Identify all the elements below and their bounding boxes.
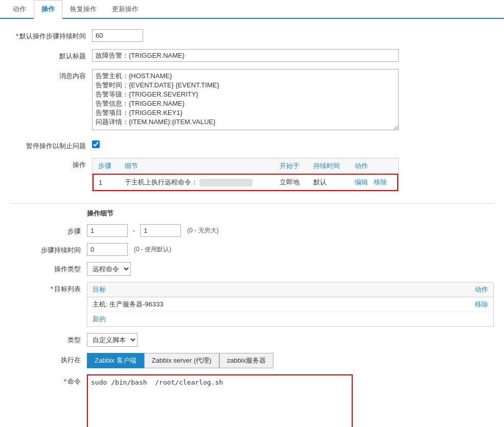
col-duration: 持续时间 xyxy=(308,158,350,174)
operations-table: 步骤 细节 开始于 持续时间 动作 1 于主机上执行远程命令： xyxy=(93,158,398,191)
target-table-new: 新的 xyxy=(87,312,493,326)
execute-on-zabbix-server[interactable]: Zabbix server (代理) xyxy=(144,353,219,368)
step-duration-input[interactable] xyxy=(87,243,128,256)
step-duration-row: 步骤持续时间 (0 - 使用默认) xyxy=(10,243,494,256)
operation-details-section: 操作细节 步骤 - (0 - 无穷大) 步骤持续时间 xyxy=(10,203,494,427)
pause-operations-control xyxy=(92,139,494,148)
execute-on-control: Zabbix 客户端 Zabbix server (代理) zabbix服务器 xyxy=(87,353,494,368)
section-label: 操作细节 xyxy=(87,209,113,218)
target-list-row: *目标列表 目标 动作 主机: 生产服务器-96333 移除 新的 xyxy=(10,282,494,327)
command-control xyxy=(87,374,494,427)
row-start-at: 立即地 xyxy=(274,174,308,191)
step-to-input[interactable] xyxy=(140,224,181,237)
operations-form: *默认操作步骤持续时间 默认标题 消息内容 暂停操作以制止问题 xyxy=(0,29,504,427)
operations-table-body: 1 于主机上执行远程命令： 立即地 默认 编辑 移除 xyxy=(93,174,398,191)
execute-on-row: 执行在 Zabbix 客户端 Zabbix server (代理) zabbix… xyxy=(10,353,494,368)
type-control: 自定义脚本 xyxy=(87,333,494,347)
tab-update[interactable]: 更新操作 xyxy=(104,0,146,19)
default-subject-input[interactable] xyxy=(92,49,399,62)
operation-type-select[interactable]: 远程命令 xyxy=(87,262,131,276)
pause-operations-label: 暂停操作以制止问题 xyxy=(10,139,92,151)
default-subject-label: 默认标题 xyxy=(10,49,92,61)
row-duration: 默认 xyxy=(308,174,350,191)
target-list-control: 目标 动作 主机: 生产服务器-96333 移除 新的 xyxy=(87,282,494,327)
default-subject-control xyxy=(92,49,494,62)
operation-type-row: 操作类型 远程命令 xyxy=(10,262,494,276)
command-row: *命令 xyxy=(10,374,494,427)
target-col-target: 目标 xyxy=(93,285,106,294)
target-table-row: 主机: 生产服务器-96333 移除 xyxy=(87,297,493,312)
step-duration-label: 步骤持续时间 xyxy=(20,243,87,255)
pause-operations-checkbox[interactable] xyxy=(92,140,100,148)
step-control: - (0 - 无穷大) xyxy=(87,224,494,237)
edit-link[interactable]: 编辑 xyxy=(355,178,368,186)
default-duration-label: *默认操作步骤持续时间 xyxy=(10,29,92,41)
table-row: 1 于主机上执行远程命令： 立即地 默认 编辑 移除 xyxy=(93,174,398,191)
tab-recovery[interactable]: 恢复操作 xyxy=(62,0,104,19)
operations-label: 操作 xyxy=(10,158,92,170)
target-col-action: 动作 xyxy=(475,285,488,294)
target-list-label: *目标列表 xyxy=(20,282,87,294)
row-actions: 编辑 移除 xyxy=(350,174,398,191)
tab-actions[interactable]: 动作 xyxy=(5,0,34,19)
operations-table-wrapper: 步骤 细节 开始于 持续时间 动作 1 于主机上执行远程命令： xyxy=(92,158,399,192)
operations-control: 步骤 细节 开始于 持续时间 动作 1 于主机上执行远程命令： xyxy=(92,158,494,193)
type-label: 类型 xyxy=(20,333,87,345)
step-duration-range: (0 - 使用默认) xyxy=(87,243,494,256)
message-content-label: 消息内容 xyxy=(10,69,92,81)
operations-row: 操作 步骤 细节 开始于 持续时间 动作 xyxy=(10,158,494,193)
operation-type-control: 远程命令 xyxy=(87,262,494,276)
step-from-input[interactable] xyxy=(87,224,128,237)
step-row: 步骤 - (0 - 无穷大) xyxy=(10,224,494,237)
default-subject-row: 默认标题 xyxy=(10,49,494,62)
target-new-link[interactable]: 新的 xyxy=(93,315,106,323)
col-details: 细节 xyxy=(120,158,274,174)
step-hint: (0 - 无穷大) xyxy=(187,226,218,235)
message-content-control xyxy=(92,69,494,132)
execute-on-btn-group: Zabbix 客户端 Zabbix server (代理) zabbix服务器 xyxy=(87,353,494,368)
execute-on-zabbix-server-local[interactable]: zabbix服务器 xyxy=(219,353,274,368)
target-remove-link[interactable]: 移除 xyxy=(475,300,488,309)
message-content-textarea[interactable] xyxy=(92,69,399,130)
row-step: 1 xyxy=(93,174,120,191)
operations-table-header-row: 步骤 细节 开始于 持续时间 动作 xyxy=(93,158,398,174)
tab-operations[interactable]: 操作 xyxy=(34,0,62,19)
tabs-bar: 动作 操作 恢复操作 更新操作 xyxy=(0,0,504,19)
execute-on-label: 执行在 xyxy=(20,353,87,365)
section-label-row: 操作细节 xyxy=(10,209,494,218)
col-start-at: 开始于 xyxy=(274,158,308,174)
row-details: 于主机上执行远程命令： xyxy=(120,174,274,191)
default-duration-control xyxy=(92,29,494,42)
command-textarea[interactable] xyxy=(87,374,353,427)
default-duration-input[interactable] xyxy=(92,29,143,42)
step-duration-control: (0 - 使用默认) xyxy=(87,243,494,256)
step-label: 步骤 xyxy=(20,224,87,236)
pause-operations-checkbox-wrapper xyxy=(92,139,494,148)
col-step: 步骤 xyxy=(93,158,120,174)
type-select[interactable]: 自定义脚本 xyxy=(87,333,138,347)
command-label: *命令 xyxy=(20,374,87,386)
operation-type-label: 操作类型 xyxy=(20,262,87,274)
target-table-header: 目标 动作 xyxy=(87,282,493,297)
target-row-name: 主机: 生产服务器-96333 xyxy=(93,300,164,309)
default-duration-row: *默认操作步骤持续时间 xyxy=(10,29,494,42)
target-table: 目标 动作 主机: 生产服务器-96333 移除 新的 xyxy=(87,282,494,327)
execute-on-zabbix-client[interactable]: Zabbix 客户端 xyxy=(87,353,144,368)
blurred-text xyxy=(199,179,252,186)
step-range: - (0 - 无穷大) xyxy=(87,224,494,237)
message-content-row: 消息内容 xyxy=(10,69,494,132)
pause-operations-row: 暂停操作以制止问题 xyxy=(10,139,494,151)
col-action: 动作 xyxy=(350,158,398,174)
step-duration-hint: (0 - 使用默认) xyxy=(134,245,171,254)
remove-link[interactable]: 移除 xyxy=(374,178,387,186)
type-row: 类型 自定义脚本 xyxy=(10,333,494,347)
operations-table-head: 步骤 细节 开始于 持续时间 动作 xyxy=(93,158,398,174)
